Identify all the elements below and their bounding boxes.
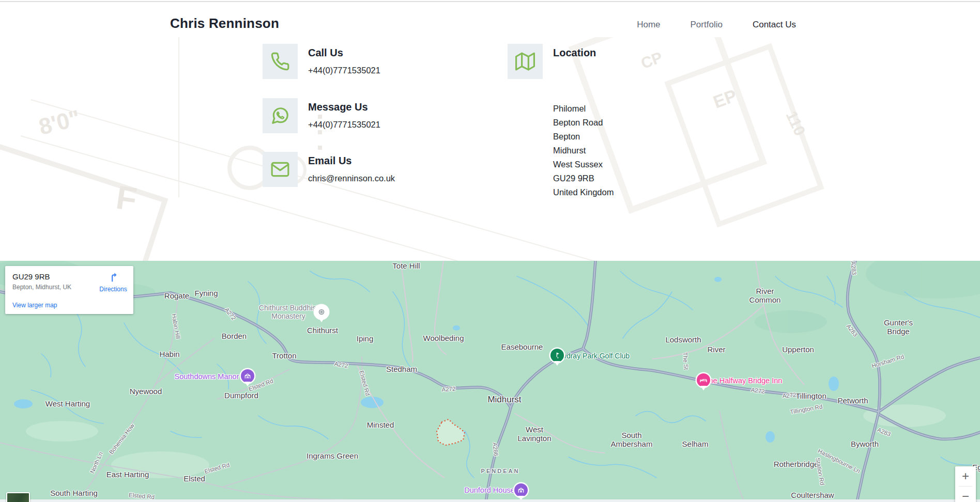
map-label: Tote Hill xyxy=(392,261,420,270)
email-icon-box xyxy=(263,152,298,187)
location-icon-box xyxy=(508,44,543,79)
blueprint-square xyxy=(0,143,169,261)
map-label: Trotton xyxy=(272,351,297,360)
map-label: Iping xyxy=(357,334,374,343)
directions-button[interactable]: Directions xyxy=(97,271,129,293)
map-label: Upperton xyxy=(782,345,814,354)
contact-section: 8'0" F CP EP 110 Call Us +44(0)777153502… xyxy=(0,37,980,261)
directions-icon xyxy=(108,271,119,283)
nav-portfolio[interactable]: Portfolio xyxy=(691,20,723,30)
blueprint-text: CP xyxy=(638,49,665,72)
zoom-control: + − xyxy=(955,466,976,502)
card-address: Bepton, Midhurst, UK xyxy=(12,284,71,291)
map-label: Ingrams Green xyxy=(307,451,358,460)
message-us-title: Message Us xyxy=(308,101,368,113)
map-label: Southdowns Manor xyxy=(175,372,239,381)
blueprint-line xyxy=(178,37,179,197)
map-label: The Halfway Bridge Inn xyxy=(705,376,783,385)
map-label: Woolbeding xyxy=(423,334,464,342)
blueprint-text: 110 xyxy=(783,108,809,138)
main-nav: Home Portfolio Contact Us xyxy=(637,20,796,30)
map-icon xyxy=(515,52,535,71)
blueprint-line xyxy=(20,135,617,261)
phone-icon xyxy=(270,52,290,71)
map-label: Selham xyxy=(682,440,709,448)
view-larger-map-link[interactable]: View larger map xyxy=(12,302,57,309)
halfway-bridge-inn-marker[interactable] xyxy=(697,373,710,387)
nav-contact-us[interactable]: Contact Us xyxy=(753,20,796,30)
map-label: Easebourne xyxy=(501,342,543,351)
blueprint-text: EP xyxy=(711,85,740,112)
zoom-out-button[interactable]: − xyxy=(955,487,976,502)
cowdray-golf-marker[interactable] xyxy=(550,349,564,362)
map-label: South Harting xyxy=(50,489,98,497)
map-label: Fyning xyxy=(194,289,218,297)
map-label: South Ambersham xyxy=(611,431,653,449)
map-label: Stedham xyxy=(386,365,417,373)
map-label: River xyxy=(707,345,725,354)
map-label: Chithurst xyxy=(307,326,338,335)
southdowns-manor-marker[interactable] xyxy=(241,369,254,383)
map-info-card: GU29 9RB Bepton, Midhurst, UK Directions… xyxy=(5,266,133,314)
message-us-number: +44(0)7771535021 xyxy=(308,120,380,130)
map-label: Rogate xyxy=(164,291,189,300)
map-label: Dumpford xyxy=(224,391,258,400)
call-us-title: Call Us xyxy=(308,47,343,59)
map-label: Midhurst xyxy=(487,395,521,405)
map-label: Petworth xyxy=(837,396,868,405)
map-footer-strip xyxy=(0,499,980,502)
email-us-title: Email Us xyxy=(308,155,351,167)
map-label: Rotherbridge xyxy=(774,460,819,468)
postcode-boundary xyxy=(437,419,465,445)
map-label: A283 xyxy=(849,261,858,275)
nav-home[interactable]: Home xyxy=(637,20,660,30)
brand-title: Chris Renninson xyxy=(170,15,279,32)
map-label: A286 xyxy=(491,442,499,457)
map-label: Nyewood xyxy=(130,387,162,396)
chithurst-monastery-marker[interactable] xyxy=(315,305,328,319)
email-icon xyxy=(270,160,290,179)
map-label: Lodsworth xyxy=(665,335,701,344)
google-map[interactable]: RogateFyningBordenHabinChithurstIpingTro… xyxy=(0,261,980,502)
blueprint-rect xyxy=(664,43,824,227)
map-label: West Harting xyxy=(45,399,90,408)
map-label: Chithurst Buddhist Monastery xyxy=(259,304,318,320)
map-label: Tillington xyxy=(795,391,826,400)
map-label: East Harting xyxy=(106,470,149,479)
map-label: River Common xyxy=(749,287,781,305)
email-address: chris@renninson.co.uk xyxy=(308,174,395,183)
call-icon-box xyxy=(263,44,298,79)
map-label: Byworth xyxy=(851,440,879,448)
blueprint-text: 8'0" xyxy=(36,105,83,140)
map-label: Coultershaw xyxy=(791,491,834,499)
card-postcode: GU29 9RB xyxy=(12,272,50,281)
zoom-in-button[interactable]: + xyxy=(955,466,976,486)
blueprint-text: F xyxy=(114,178,139,219)
map-label: A272 xyxy=(441,385,456,393)
map-label: The St xyxy=(681,352,690,370)
location-title: Location xyxy=(553,47,596,59)
dunford-house-marker[interactable] xyxy=(514,483,528,497)
whatsapp-icon xyxy=(270,106,290,126)
map-label: Elsted xyxy=(183,474,205,483)
map-label: PENDEAN xyxy=(481,468,520,475)
message-icon-box xyxy=(263,98,298,133)
map-label: Minsted xyxy=(367,420,394,429)
site-header: Chris Renninson Home Portfolio Contact U… xyxy=(0,2,980,37)
call-us-number: +44(0)7771535021 xyxy=(308,66,380,75)
map-label: Dunford House xyxy=(464,486,515,495)
map-label: A272 xyxy=(782,391,797,400)
map-label: West Lavington xyxy=(517,425,551,443)
map-canvas xyxy=(0,261,980,502)
map-label: Gunter's Bridge xyxy=(884,318,913,336)
map-label: Habin xyxy=(159,350,179,358)
satellite-view-thumbnail[interactable] xyxy=(6,492,30,502)
map-label: Borden xyxy=(222,332,247,340)
location-address: Philomel Bepton Road Bepton Midhurst Wes… xyxy=(553,102,614,199)
